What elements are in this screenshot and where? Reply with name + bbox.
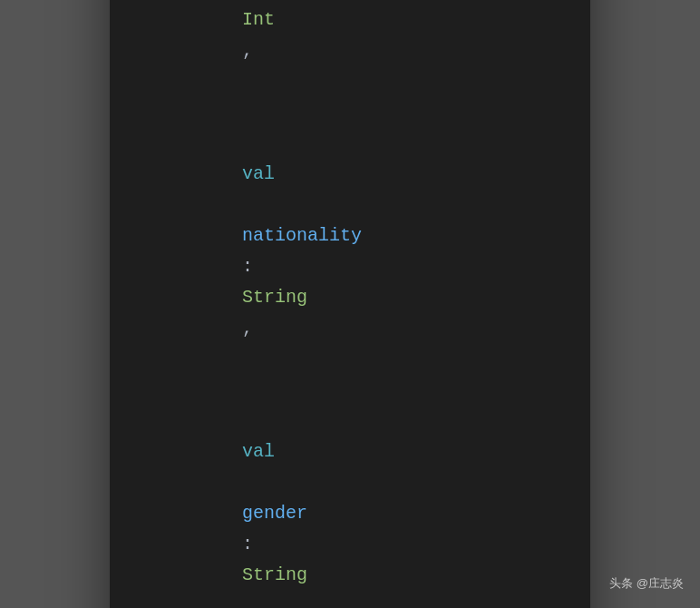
code-line-nationality: val nationality : String , xyxy=(155,97,563,375)
watermark: 头条 @庄志炎 xyxy=(609,575,684,592)
page-background: class Customer { val name : String , val… xyxy=(0,0,700,608)
code-line-gender: val gender : String , xyxy=(155,375,563,608)
code-body: class Customer { val name : String , val… xyxy=(110,0,590,608)
field-gender: gender xyxy=(242,503,307,524)
type-string-3: String xyxy=(242,287,307,308)
field-nationality: nationality xyxy=(242,225,362,246)
val-keyword-3: val xyxy=(242,163,275,184)
type-string-4: String xyxy=(242,564,307,585)
type-int: Int xyxy=(242,9,275,30)
code-line-age: val age : Int , xyxy=(155,0,563,97)
code-window: class Customer { val name : String , val… xyxy=(110,0,590,608)
val-keyword-4: val xyxy=(242,441,275,462)
